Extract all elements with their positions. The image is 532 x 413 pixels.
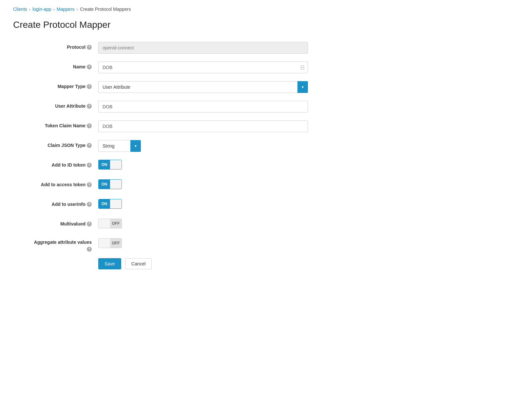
multivalued-help-icon[interactable]: ? — [87, 222, 92, 226]
token-claim-name-row: Token Claim Name ? — [13, 120, 308, 134]
name-row: Name ? ☷ — [13, 62, 308, 75]
user-attribute-input[interactable] — [98, 101, 308, 113]
multivalued-control: OFF — [98, 219, 308, 228]
save-button[interactable]: Save — [98, 258, 121, 269]
add-access-token-toggle[interactable]: ON — [98, 179, 122, 189]
protocol-input — [98, 42, 308, 54]
add-access-token-on-part: ON — [99, 180, 110, 189]
create-protocol-mapper-form: Protocol ? Name ? ☷ Mapper Type ? Us — [13, 42, 308, 269]
add-userinfo-label: Add to userinfo ? — [13, 199, 98, 207]
breadcrumb-sep-1: › — [29, 7, 30, 12]
form-buttons: Save Cancel — [13, 258, 308, 269]
breadcrumb-mappers[interactable]: Mappers — [57, 7, 74, 12]
add-userinfo-control: ON — [98, 199, 308, 209]
token-claim-name-label: Token Claim Name ? — [13, 120, 98, 128]
add-id-token-off-part — [110, 160, 122, 169]
multivalued-row: Multivalued ? OFF — [13, 219, 308, 232]
multivalued-label: Multivalued ? — [13, 219, 98, 226]
add-id-token-label: Add to ID token ? — [13, 160, 98, 168]
breadcrumb-sep-3: › — [77, 7, 78, 12]
add-userinfo-help-icon[interactable]: ? — [87, 202, 92, 207]
mapper-type-control: User Attribute ▾ — [98, 81, 308, 93]
claim-json-type-row: Claim JSON Type ? String long int boolea… — [13, 140, 308, 153]
multivalued-on-part — [99, 219, 110, 228]
protocol-control — [98, 42, 308, 54]
aggregate-off-part: OFF — [110, 239, 122, 248]
add-id-token-on-part: ON — [99, 160, 110, 169]
aggregate-row: Aggregate attribute values ? OFF — [13, 238, 308, 252]
add-access-token-off-part — [110, 180, 122, 189]
claim-json-type-control: String long int boolean JSON ▾ — [98, 140, 308, 152]
add-id-token-toggle[interactable]: ON — [98, 160, 122, 170]
mapper-type-select-wrap: User Attribute ▾ — [98, 81, 308, 93]
user-attribute-help-icon[interactable]: ? — [87, 104, 92, 109]
user-attribute-control — [98, 101, 308, 113]
claim-json-type-label: Claim JSON Type ? — [13, 140, 98, 148]
claim-json-type-select[interactable]: String long int boolean JSON — [98, 140, 141, 152]
add-id-token-control: ON — [98, 160, 308, 170]
name-input-wrap: ☷ — [98, 62, 308, 73]
claim-json-type-select-wrap: String long int boolean JSON ▾ — [98, 140, 141, 152]
name-label: Name ? — [13, 62, 98, 69]
mapper-type-select[interactable]: User Attribute — [98, 81, 308, 93]
user-attribute-row: User Attribute ? — [13, 101, 308, 114]
add-access-token-row: Add to access token ? ON — [13, 179, 308, 192]
aggregate-toggle[interactable]: OFF — [98, 238, 122, 248]
cancel-button[interactable]: Cancel — [125, 258, 152, 269]
breadcrumb-login-app[interactable]: login-app — [32, 7, 51, 12]
breadcrumb-sep-2: › — [53, 7, 55, 12]
add-access-token-control: ON — [98, 179, 308, 189]
mapper-type-label: Mapper Type ? — [13, 81, 98, 89]
add-id-token-row: Add to ID token ? ON — [13, 160, 308, 173]
claim-json-type-help-icon[interactable]: ? — [87, 143, 92, 148]
protocol-help-icon[interactable]: ? — [87, 45, 92, 50]
aggregate-control: OFF — [98, 238, 308, 248]
add-userinfo-off-part — [110, 199, 122, 208]
protocol-label: Protocol ? — [13, 42, 98, 50]
token-claim-name-help-icon[interactable]: ? — [87, 123, 92, 128]
name-help-icon[interactable]: ? — [87, 64, 92, 69]
breadcrumb-clients[interactable]: Clients — [13, 7, 27, 12]
add-userinfo-row: Add to userinfo ? ON — [13, 199, 308, 212]
name-input-icon: ☷ — [300, 64, 305, 71]
add-access-token-label: Add to access token ? — [13, 179, 98, 187]
protocol-row: Protocol ? — [13, 42, 308, 55]
page-title: Create Protocol Mapper — [13, 20, 519, 30]
mapper-type-help-icon[interactable]: ? — [87, 84, 92, 89]
multivalued-toggle[interactable]: OFF — [98, 219, 122, 228]
breadcrumb: Clients › login-app › Mappers › Create P… — [13, 7, 519, 12]
mapper-type-row: Mapper Type ? User Attribute ▾ — [13, 81, 308, 94]
name-input[interactable] — [98, 62, 308, 73]
add-userinfo-toggle[interactable]: ON — [98, 199, 122, 209]
token-claim-name-input[interactable] — [98, 120, 308, 132]
aggregate-label: Aggregate attribute values ? — [13, 238, 98, 252]
aggregate-help-icon[interactable]: ? — [87, 247, 92, 252]
aggregate-on-part — [99, 239, 110, 248]
user-attribute-label: User Attribute ? — [13, 101, 98, 109]
add-access-token-help-icon[interactable]: ? — [87, 182, 92, 187]
multivalued-off-part: OFF — [110, 219, 122, 228]
add-id-token-help-icon[interactable]: ? — [87, 163, 92, 168]
add-userinfo-on-part: ON — [99, 199, 110, 208]
token-claim-name-control — [98, 120, 308, 132]
breadcrumb-current: Create Protocol Mappers — [80, 7, 131, 12]
name-control: ☷ — [98, 62, 308, 73]
